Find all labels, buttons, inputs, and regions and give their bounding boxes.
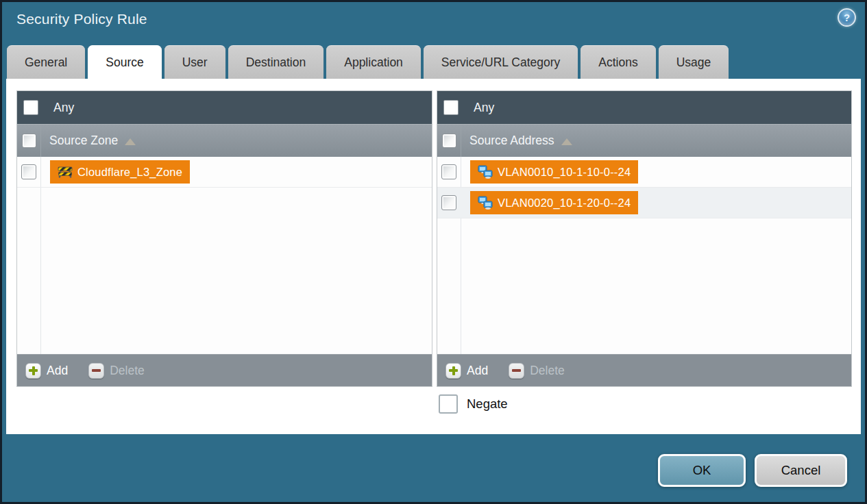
sort-ascending-icon: [561, 138, 572, 145]
source-zone-select-all-checkbox[interactable]: [22, 134, 36, 148]
source-zone-name: Cloudflare_L3_Zone: [77, 166, 182, 179]
address-icon: [478, 165, 493, 179]
help-icon: ?: [844, 12, 850, 23]
source-address-name: VLAN0020_10-1-20-0--24: [498, 197, 631, 210]
source-zone-panel: Any Source Zone: [16, 90, 432, 387]
source-address-column-label: Source Address: [469, 134, 554, 148]
source-zone-any-checkbox[interactable]: [23, 100, 38, 115]
security-policy-rule-dialog: Security Policy Rule ? General Source Us…: [0, 0, 867, 504]
source-zone-any-header: Any: [17, 91, 432, 124]
source-zone-row[interactable]: Cloudflare_L3_Zone: [17, 157, 432, 188]
source-address-delete-button[interactable]: Delete: [509, 363, 565, 379]
source-address-row[interactable]: VLAN0010_10-1-10-0--24: [437, 157, 851, 188]
tab-usage[interactable]: Usage: [659, 45, 729, 79]
source-address-select-all-checkbox[interactable]: [442, 134, 456, 148]
negate-option: Negate: [439, 394, 508, 414]
address-icon: [478, 196, 493, 210]
negate-label: Negate: [467, 396, 508, 412]
tab-destination[interactable]: Destination: [228, 45, 324, 79]
source-address-tag[interactable]: VLAN0020_10-1-20-0--24: [470, 191, 638, 214]
source-zone-column-label: Source Zone: [49, 134, 118, 148]
cancel-button[interactable]: Cancel: [755, 454, 847, 487]
delete-icon: [88, 363, 104, 379]
tab-bar: General Source User Destination Applicat…: [7, 45, 729, 79]
source-zone-delete-button[interactable]: Delete: [88, 363, 145, 379]
source-zone-tag[interactable]: Cloudflare_L3_Zone: [50, 160, 190, 184]
source-zone-any-label: Any: [53, 101, 74, 115]
source-address-any-header: Any: [437, 91, 851, 124]
tab-actions[interactable]: Actions: [581, 45, 655, 79]
source-zone-column-header: Source Zone: [17, 124, 432, 157]
source-address-column-sort[interactable]: Source Address: [461, 125, 851, 157]
source-address-row-checkbox[interactable]: [441, 195, 456, 210]
source-address-name: VLAN0010_10-1-10-0--24: [498, 166, 631, 179]
negate-checkbox[interactable]: [439, 394, 458, 414]
help-button[interactable]: ?: [838, 8, 856, 27]
source-address-add-button[interactable]: Add: [445, 363, 488, 379]
delete-icon: [509, 363, 524, 379]
source-address-footer: Add Delete: [437, 354, 851, 386]
source-zone-list: Cloudflare_L3_Zone: [17, 157, 432, 354]
dialog-title: Security Policy Rule: [16, 11, 147, 27]
source-zone-column-sort[interactable]: Source Zone: [40, 125, 432, 157]
source-address-any-label: Any: [474, 101, 494, 115]
source-address-panel: Any Source Address: [437, 90, 852, 387]
add-icon: [445, 363, 461, 379]
source-address-list: VLAN0010_10-1-10-0--24: [437, 157, 851, 354]
tab-content-source: Any Source Zone: [6, 79, 861, 434]
tab-service-url-category[interactable]: Service/URL Category: [424, 45, 578, 79]
source-zone-add-button[interactable]: Add: [25, 363, 68, 379]
tab-general[interactable]: General: [7, 45, 85, 79]
tab-application[interactable]: Application: [326, 45, 421, 79]
ok-button[interactable]: OK: [658, 454, 746, 487]
sort-ascending-icon: [125, 138, 136, 145]
source-address-row[interactable]: VLAN0020_10-1-20-0--24: [437, 188, 851, 218]
zone-icon: [58, 166, 73, 178]
tab-user[interactable]: User: [164, 45, 225, 79]
tab-source[interactable]: Source: [88, 45, 161, 79]
add-icon: [25, 363, 41, 379]
source-address-any-checkbox[interactable]: [443, 100, 459, 115]
source-address-tag[interactable]: VLAN0010_10-1-10-0--24: [470, 160, 638, 184]
source-address-row-checkbox[interactable]: [441, 164, 456, 179]
source-zone-footer: Add Delete: [17, 354, 432, 386]
source-address-column-header: Source Address: [437, 124, 851, 157]
source-zone-row-checkbox[interactable]: [21, 164, 36, 179]
